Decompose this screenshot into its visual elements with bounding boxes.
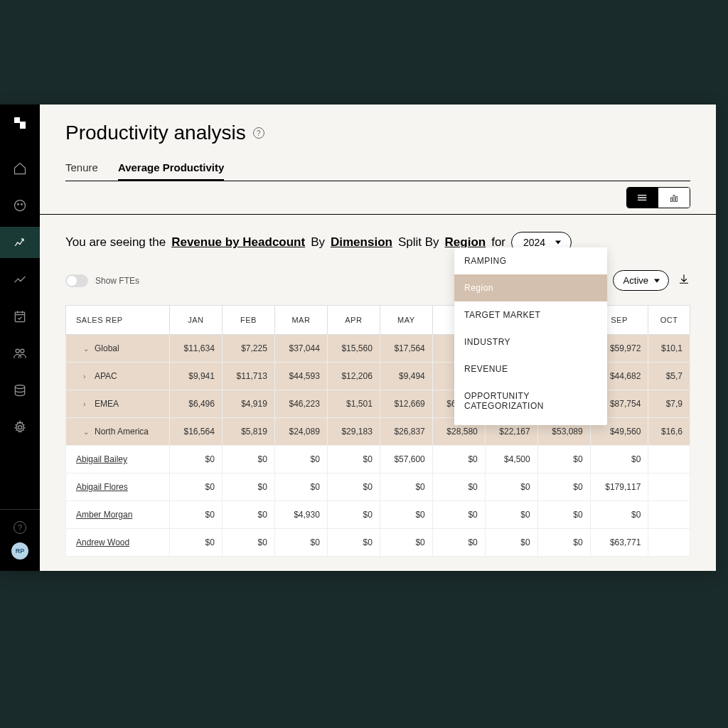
nav-analytics[interactable] xyxy=(0,227,40,258)
view-toggle xyxy=(626,187,690,208)
group-label-cell[interactable]: ›APAC xyxy=(66,363,170,390)
view-chart-button[interactable] xyxy=(658,188,690,208)
table-cell: $11,713 xyxy=(222,363,274,390)
table-cell: $7,225 xyxy=(222,335,274,363)
table-cell: $12,669 xyxy=(380,390,432,418)
chevron-right-icon[interactable]: › xyxy=(83,400,90,408)
nav-people[interactable] xyxy=(0,338,40,369)
app-window: ? RP Productivity analysis ? Tenure Aver… xyxy=(0,105,716,571)
dropdown-item[interactable]: REVENUE xyxy=(454,355,607,382)
table-cell: $0 xyxy=(432,446,485,473)
svg-point-2 xyxy=(21,204,23,205)
chevron-down-icon[interactable]: ⌄ xyxy=(83,345,90,353)
table-cell: $0 xyxy=(327,446,380,473)
table-cell: $4,500 xyxy=(485,446,537,473)
table-cell: $29,183 xyxy=(327,418,380,446)
person-name-cell[interactable]: Abigail Bailey xyxy=(66,446,170,473)
table-cell: $4,930 xyxy=(274,501,327,529)
table-header-cell: MAY xyxy=(380,306,432,335)
svg-rect-3 xyxy=(15,312,24,321)
table-row: Amber Morgan$0$0$4,930$0$0$0$0$0$0 xyxy=(66,501,690,529)
dropdown-item[interactable]: TARGET MARKET xyxy=(454,301,607,328)
table-header-cell: APR xyxy=(327,306,380,335)
dropdown-item[interactable]: ROLE xyxy=(454,419,607,425)
nav-dashboard[interactable] xyxy=(0,190,40,221)
tab-tenure[interactable]: Tenure xyxy=(65,161,98,181)
page-title: Productivity analysis xyxy=(65,122,246,144)
header: Productivity analysis ? Tenure Average P… xyxy=(40,105,716,181)
table-cell: $0 xyxy=(590,501,648,529)
table-cell: $0 xyxy=(537,529,590,557)
table-cell xyxy=(648,529,690,557)
table-cell: $0 xyxy=(222,501,274,529)
svg-point-7 xyxy=(18,426,22,429)
nav-home[interactable] xyxy=(0,153,40,184)
table-cell: $0 xyxy=(432,529,485,557)
tab-avg-productivity[interactable]: Average Productivity xyxy=(118,161,225,181)
chevron-right-icon[interactable]: › xyxy=(83,373,90,380)
svg-point-1 xyxy=(18,204,19,205)
download-button[interactable] xyxy=(678,273,690,289)
main-content: Productivity analysis ? Tenure Average P… xyxy=(40,105,716,571)
show-ftes-label: Show FTEs xyxy=(95,276,139,286)
nav-settings[interactable] xyxy=(0,412,40,443)
table-cell: $5,7 xyxy=(648,363,690,390)
nav-database[interactable] xyxy=(0,375,40,406)
svg-point-0 xyxy=(15,200,26,211)
person-name-cell[interactable]: Andrew Wood xyxy=(66,529,170,557)
table-cell: $11,634 xyxy=(169,335,222,363)
group-label-cell[interactable]: ⌄Global xyxy=(66,335,170,363)
table-row: Abigail Flores$0$0$0$0$0$0$0$0$179,117 xyxy=(66,473,690,501)
view-list-button[interactable] xyxy=(627,188,658,208)
help-icon[interactable]: ? xyxy=(14,521,26,534)
svg-point-5 xyxy=(21,349,24,353)
list-icon xyxy=(637,192,648,203)
table-cell: $0 xyxy=(274,446,327,473)
group-label-cell[interactable]: ›EMEA xyxy=(66,390,170,418)
table-cell: $26,837 xyxy=(380,418,432,446)
table-cell: $0 xyxy=(169,529,222,557)
table-cell: $12,206 xyxy=(327,363,380,390)
person-name-cell[interactable]: Abigail Flores xyxy=(66,473,170,501)
download-icon xyxy=(678,273,690,286)
bar-chart-icon xyxy=(668,192,680,203)
dropdown-item[interactable]: Region xyxy=(454,274,607,301)
table-cell: $0 xyxy=(169,473,222,501)
table-cell xyxy=(648,473,690,501)
svg-point-4 xyxy=(16,349,19,353)
table-cell: $1,501 xyxy=(327,390,380,418)
table-cell: $5,819 xyxy=(222,418,274,446)
show-ftes-toggle[interactable] xyxy=(65,274,88,287)
table-row: Abigail Bailey$0$0$0$0$57,600$0$4,500$0$… xyxy=(66,446,690,473)
nav-calendar[interactable] xyxy=(0,301,40,332)
table-header-cell: JAN xyxy=(169,306,222,335)
chevron-down-icon[interactable]: ⌄ xyxy=(83,428,90,436)
dropdown-item[interactable]: RAMPING xyxy=(454,247,607,274)
dropdown-scroll[interactable]: RAMPINGRegionTARGET MARKETINDUSTRYREVENU… xyxy=(454,247,607,425)
dropdown-item[interactable]: INDUSTRY xyxy=(454,328,607,355)
table-cell: $63,771 xyxy=(590,529,648,557)
table-cell: $44,593 xyxy=(274,363,327,390)
tabs: Tenure Average Productivity xyxy=(65,161,690,181)
dropdown-item[interactable]: OPPORTUNITY CATEGORIZATION xyxy=(454,382,607,419)
table-header-cell: FEB xyxy=(222,306,274,335)
group-label-cell[interactable]: ⌄North America xyxy=(66,418,170,446)
table-cell: $24,089 xyxy=(274,418,327,446)
nav-trends[interactable] xyxy=(0,264,40,295)
table-cell: $15,560 xyxy=(327,335,380,363)
table-cell: $17,564 xyxy=(380,335,432,363)
svg-point-9 xyxy=(638,197,638,198)
dimension-selector[interactable]: Dimension xyxy=(331,235,392,250)
table-cell: $0 xyxy=(432,473,485,501)
table-cell: $9,494 xyxy=(380,363,432,390)
person-name-cell[interactable]: Amber Morgan xyxy=(66,501,170,529)
sidebar: ? RP xyxy=(0,105,40,571)
table-cell xyxy=(648,446,690,473)
table-cell: $0 xyxy=(327,473,380,501)
table-cell: $16,564 xyxy=(169,418,222,446)
title-help-icon[interactable]: ? xyxy=(253,127,264,139)
table-cell: $0 xyxy=(485,501,537,529)
metric-selector[interactable]: Revenue by Headcount xyxy=(171,235,305,250)
avatar[interactable]: RP xyxy=(11,542,28,560)
status-filter[interactable]: Active xyxy=(613,270,669,291)
